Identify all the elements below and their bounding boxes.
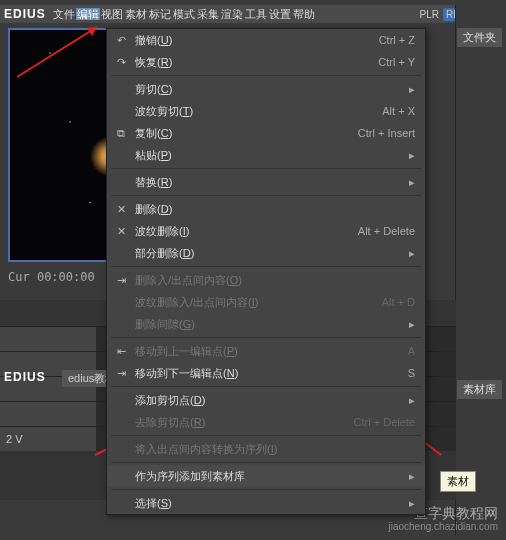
menu-item-paste[interactable]: 粘贴(P)▸ bbox=[107, 144, 425, 166]
menu-3[interactable]: 素材 bbox=[124, 8, 148, 20]
menu-item-label: 移动到上一编辑点(P) bbox=[135, 344, 238, 359]
submenu-arrow-icon: ▸ bbox=[409, 149, 415, 162]
menu-item-label: 部分删除(D) bbox=[135, 246, 194, 261]
menu-item-label: 删除(D) bbox=[135, 202, 172, 217]
menu-item-label: 波纹剪切(T) bbox=[135, 104, 193, 119]
menu-6[interactable]: 采集 bbox=[196, 8, 220, 20]
menu-10[interactable]: 帮助 bbox=[292, 8, 316, 20]
secondary-logo: EDIUS bbox=[4, 370, 46, 384]
tooltip: 素材 bbox=[440, 471, 476, 492]
menu-item-select[interactable]: 选择(S)▸ bbox=[107, 492, 425, 514]
menu-0[interactable]: 文件 bbox=[52, 8, 76, 20]
menu-item-delete[interactable]: ✕删除(D) bbox=[107, 198, 425, 220]
tab-bin[interactable]: 素材库 bbox=[457, 380, 502, 399]
shortcut-label: Alt + Delete bbox=[358, 225, 415, 237]
edit-context-menu: ↶撤销(U)Ctrl + Z↷恢复(R)Ctrl + Y剪切(C)▸波纹剪切(T… bbox=[106, 28, 426, 515]
menu-item-label: 将入出点间内容转换为序列(I) bbox=[135, 442, 277, 457]
tab-folder[interactable]: 文件夹 bbox=[457, 28, 502, 47]
menu-item-label: 撤销(U) bbox=[135, 33, 172, 48]
menu-item-partial-delete[interactable]: 部分删除(D)▸ bbox=[107, 242, 425, 264]
submenu-arrow-icon: ▸ bbox=[409, 394, 415, 407]
shortcut-label: Alt + D bbox=[382, 296, 415, 308]
menu-item-next-edit[interactable]: ⇥移动到下一编辑点(N)S bbox=[107, 362, 425, 384]
submenu-arrow-icon: ▸ bbox=[409, 83, 415, 96]
submenu-arrow-icon: ▸ bbox=[409, 470, 415, 483]
submenu-arrow-icon: ▸ bbox=[409, 176, 415, 189]
menu-item-label: 去除剪切点(R) bbox=[135, 415, 205, 430]
menu-item-undo[interactable]: ↶撤销(U)Ctrl + Z bbox=[107, 29, 425, 51]
track-label[interactable]: 2 V bbox=[0, 427, 96, 451]
menu-item-label: 粘贴(P) bbox=[135, 148, 172, 163]
menu-8[interactable]: 工具 bbox=[244, 8, 268, 20]
menu-item-label: 波纹删除入/出点间内容(I) bbox=[135, 295, 258, 310]
menu-item-copy[interactable]: ⧉复制(C)Ctrl + Insert bbox=[107, 122, 425, 144]
menu-5[interactable]: 模式 bbox=[172, 8, 196, 20]
menu-7[interactable]: 渲染 bbox=[220, 8, 244, 20]
shortcut-label: Ctrl + Z bbox=[379, 34, 415, 46]
track-label[interactable] bbox=[0, 402, 96, 426]
submenu-arrow-icon: ▸ bbox=[409, 247, 415, 260]
timecode-label: Cur bbox=[8, 270, 30, 284]
menu-item-delete-gap: 删除间隙(G)▸ bbox=[107, 313, 425, 335]
menu-item-label: 作为序列添加到素材库 bbox=[135, 469, 245, 484]
menu-item-replace[interactable]: 替换(R)▸ bbox=[107, 171, 425, 193]
ripple-delete-icon: ✕ bbox=[113, 225, 129, 238]
app-logo: EDIUS bbox=[4, 7, 46, 21]
menu-9[interactable]: 设置 bbox=[268, 8, 292, 20]
menu-item-label: 删除间隙(G) bbox=[135, 317, 195, 332]
delete-in-out-icon: ⇥ bbox=[113, 274, 129, 287]
menu-item-label: 波纹删除(I) bbox=[135, 224, 189, 239]
menu-item-inout-to-seq: 将入出点间内容转换为序列(I) bbox=[107, 438, 425, 460]
shortcut-label: Alt + X bbox=[382, 105, 415, 117]
menu-item-label: 恢复(R) bbox=[135, 55, 172, 70]
submenu-arrow-icon: ▸ bbox=[409, 497, 415, 510]
menu-item-label: 删除入/出点间内容(O) bbox=[135, 273, 242, 288]
track-label[interactable] bbox=[0, 327, 96, 351]
menu-item-label: 移动到下一编辑点(N) bbox=[135, 366, 238, 381]
menu-item-add-as-sequence[interactable]: 作为序列添加到素材库▸ bbox=[107, 465, 425, 487]
menu-2[interactable]: 视图 bbox=[100, 8, 124, 20]
menu-item-delete-in-out: ⇥删除入/出点间内容(O) bbox=[107, 269, 425, 291]
timecode-value: 00:00:00 bbox=[37, 270, 95, 284]
menu-item-label: 复制(C) bbox=[135, 126, 172, 141]
shortcut-label: Ctrl + Delete bbox=[354, 416, 415, 428]
menu-item-label: 添加剪切点(D) bbox=[135, 393, 205, 408]
shortcut-label: Ctrl + Insert bbox=[358, 127, 415, 139]
menu-item-label: 替换(R) bbox=[135, 175, 172, 190]
menu-item-remove-cut: 去除剪切点(R)Ctrl + Delete bbox=[107, 411, 425, 433]
copy-icon: ⧉ bbox=[113, 127, 129, 140]
delete-icon: ✕ bbox=[113, 203, 129, 216]
shortcut-label: Ctrl + Y bbox=[378, 56, 415, 68]
menu-item-prev-edit: ⇤移动到上一编辑点(P)A bbox=[107, 340, 425, 362]
menu-item-ripple-delete-in-out: 波纹删除入/出点间内容(I)Alt + D bbox=[107, 291, 425, 313]
undo-icon: ↶ bbox=[113, 34, 129, 47]
shortcut-label: S bbox=[408, 367, 415, 379]
next-edit-icon: ⇥ bbox=[113, 367, 129, 380]
shortcut-label: A bbox=[408, 345, 415, 357]
submenu-arrow-icon: ▸ bbox=[409, 318, 415, 331]
menu-item-label: 剪切(C) bbox=[135, 82, 172, 97]
app-root: EDIUS 文件编辑视图素材标记模式采集渲染工具设置帮助 PLR REC — □… bbox=[0, 0, 506, 540]
timecode: Cur 00:00:00 bbox=[8, 270, 95, 284]
menu-4[interactable]: 标记 bbox=[148, 8, 172, 20]
menu-item-cut[interactable]: 剪切(C)▸ bbox=[107, 78, 425, 100]
prev-edit-icon: ⇤ bbox=[113, 345, 129, 358]
mode-plr[interactable]: PLR bbox=[420, 9, 439, 20]
menu-item-ripple-cut[interactable]: 波纹剪切(T)Alt + X bbox=[107, 100, 425, 122]
menu-item-label: 选择(S) bbox=[135, 496, 172, 511]
redo-icon: ↷ bbox=[113, 56, 129, 69]
menu-item-ripple-delete[interactable]: ✕波纹删除(I)Alt + Delete bbox=[107, 220, 425, 242]
menu-1[interactable]: 编辑 bbox=[76, 8, 100, 20]
menu-item-redo[interactable]: ↷恢复(R)Ctrl + Y bbox=[107, 51, 425, 73]
right-panel bbox=[455, 5, 506, 535]
menu-item-add-cut[interactable]: 添加剪切点(D)▸ bbox=[107, 389, 425, 411]
